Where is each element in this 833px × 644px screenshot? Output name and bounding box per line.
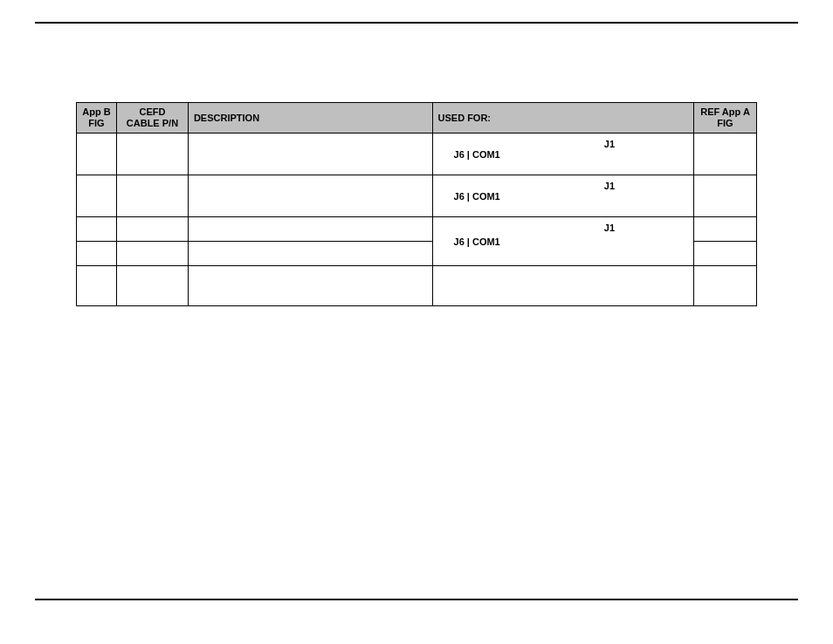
- cell-desc: [188, 175, 432, 217]
- used-left-label: J6 | COM1: [454, 149, 500, 160]
- table-row: J6 | COM1 J1: [77, 134, 757, 175]
- cell-used: [432, 266, 694, 306]
- th-cefd-cable: CEFD CABLE P/N: [116, 103, 188, 134]
- cell-cefd: [116, 134, 188, 175]
- page-content: App B FIG CEFD CABLE P/N DESCRIPTION USE…: [0, 24, 833, 332]
- cell-cefd: [116, 175, 188, 217]
- cell-used: J6 | COM1 J1: [432, 175, 694, 217]
- used-left-label: J6 | COM1: [454, 236, 500, 247]
- cell-refa: [694, 266, 757, 306]
- footer-rule: [35, 599, 798, 600]
- cell-desc: [188, 134, 432, 175]
- th-used-for: USED FOR:: [432, 103, 694, 134]
- used-right-label: J1: [604, 181, 615, 191]
- used-left-label: J6 | COM1: [454, 191, 500, 202]
- cell-refa: [694, 217, 757, 242]
- table-row: [77, 266, 757, 306]
- th-ref-appa: REF App A FIG: [694, 103, 757, 134]
- used-right-label: J1: [604, 223, 615, 233]
- cell-appb: [77, 134, 117, 175]
- cell-appb: [77, 242, 117, 266]
- table-body: J6 | COM1 J1 J6 | COM1 J1: [77, 134, 757, 306]
- cell-refa: [694, 242, 757, 266]
- cell-used: J6 | COM1 J1: [432, 217, 694, 266]
- cell-desc: [188, 217, 432, 242]
- cell-desc: [188, 266, 432, 306]
- cell-cefd: [116, 266, 188, 306]
- th-appb-fig: App B FIG: [77, 103, 117, 134]
- table-row: J6 | COM1 J1: [77, 217, 757, 242]
- th-description: DESCRIPTION: [188, 103, 432, 134]
- cell-appb: [77, 266, 117, 306]
- cell-cefd: [116, 242, 188, 266]
- table-row: J6 | COM1 J1: [77, 175, 757, 217]
- cell-desc: [188, 242, 432, 266]
- used-right-label: J1: [604, 139, 615, 149]
- cell-refa: [694, 175, 757, 217]
- cell-cefd: [116, 217, 188, 242]
- table-header-row: App B FIG CEFD CABLE P/N DESCRIPTION USE…: [77, 103, 757, 134]
- cell-refa: [694, 134, 757, 175]
- cell-used: J6 | COM1 J1: [432, 134, 694, 175]
- cell-appb: [77, 217, 117, 242]
- cable-table: App B FIG CEFD CABLE P/N DESCRIPTION USE…: [76, 102, 757, 306]
- cell-appb: [77, 175, 117, 217]
